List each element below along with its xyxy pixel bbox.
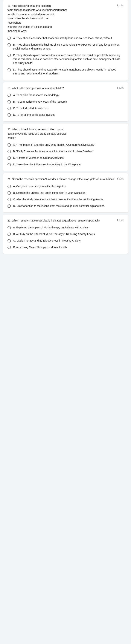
- option-19-a[interactable]: A. To explain the research methodology: [7, 93, 124, 97]
- radio-21-a[interactable]: [7, 185, 11, 188]
- option-text-20-b: B. "Daily Exercise Routines: A look Into…: [13, 150, 93, 154]
- question-card-18: 18. After collecting data, the research …: [3, 0, 128, 80]
- radio-20-d[interactable]: [7, 163, 11, 166]
- option-text-19-c: C. To include all data collected: [13, 106, 48, 110]
- option-text-18-d: D. They should assume that academic-rela…: [13, 68, 124, 76]
- question-header-22: 22. Which research tittle most clearly i…: [7, 218, 124, 222]
- question-header-18: 18. After collecting data, the research …: [7, 4, 124, 33]
- bottom-spacer: [0, 256, 131, 271]
- options-list-18: A. They should conclude that academic sm…: [7, 36, 124, 76]
- radio-18-d[interactable]: [7, 68, 11, 72]
- question-points-19: 1 point: [117, 86, 124, 90]
- option-text-21-b: B. Exclude the articles that are in cont…: [13, 191, 86, 195]
- radio-21-c[interactable]: [7, 198, 11, 201]
- question-text-18: 18. After collecting data, the research …: [7, 4, 115, 33]
- option-21-a[interactable]: A. Carry out more study to settle the di…: [7, 184, 124, 188]
- option-21-d[interactable]: D. Draw attention to the inconsistent re…: [7, 204, 124, 208]
- question-points-22: 1 point: [117, 218, 124, 222]
- question-points-18: 1 point: [117, 4, 124, 7]
- option-text-19-b: B. To summarize the key focus of the res…: [13, 100, 67, 104]
- option-text-18-b: B. They should ignore this findings sinc…: [13, 43, 124, 51]
- option-text-21-d: D. Draw attention to the inconsistent re…: [13, 204, 105, 208]
- options-list-22: A. Exploring the Impact of Music therapy…: [7, 226, 124, 249]
- question-header-20: 20. Which of the following research titl…: [7, 127, 124, 140]
- option-20-c[interactable]: C. "Effects of Weather on Outdoor Activi…: [7, 156, 124, 160]
- radio-22-b[interactable]: [7, 232, 11, 236]
- option-text-20-d: D. "How Exercise Influences Productivity…: [13, 162, 81, 166]
- option-19-c[interactable]: C. To include all data collected: [7, 106, 124, 110]
- options-list-19: A. To explain the research methodology B…: [7, 93, 124, 117]
- radio-22-d[interactable]: [7, 246, 11, 249]
- option-text-20-a: A. "The Impact of Exercise on Mental Hea…: [13, 143, 95, 147]
- option-text-21-c: C. Alter the study question such that it…: [13, 198, 104, 202]
- option-text-22-b: B. A Study on the Effects of Music Thera…: [13, 232, 95, 236]
- question-text-21: 21. Given the research question "How doe…: [7, 177, 115, 181]
- option-text-20-c: C. "Effects of Weather on Outdoor Activi…: [13, 156, 65, 160]
- radio-18-a[interactable]: [7, 36, 11, 40]
- option-text-18-a: A. They should conclude that academic sm…: [13, 36, 112, 40]
- radio-22-c[interactable]: [7, 239, 11, 242]
- option-19-d[interactable]: D. To list all the participants involved: [7, 113, 124, 117]
- option-18-a[interactable]: A. They should conclude that academic sm…: [7, 36, 124, 40]
- question-card-22: 22. Which research tittle most clearly i…: [3, 215, 128, 254]
- option-text-22-d: D. Assessing Music Therapy for Mental He…: [13, 245, 67, 249]
- question-card-19: 19. What is the main purpose of a resear…: [3, 82, 128, 121]
- option-20-a[interactable]: A. "The Impact of Exercise on Mental Hea…: [7, 143, 124, 147]
- question-card-20: 20. Which of the following research titl…: [3, 124, 128, 171]
- radio-19-c[interactable]: [7, 107, 11, 110]
- option-22-a[interactable]: A. Exploring the Impact of Music therapy…: [7, 226, 124, 230]
- question-header-21: 21. Given the research question "How doe…: [7, 177, 124, 181]
- option-19-b[interactable]: B. To summarize the key focus of the res…: [7, 100, 124, 104]
- question-header-19: 19. What is the main purpose of a resear…: [7, 86, 124, 90]
- option-22-c[interactable]: C. Music Therapy and Its Effectiveness i…: [7, 239, 124, 243]
- radio-18-b[interactable]: [7, 43, 11, 46]
- radio-19-b[interactable]: [7, 100, 11, 104]
- radio-21-d[interactable]: [7, 204, 11, 208]
- option-text-21-a: A. Carry out more study to settle the di…: [13, 184, 66, 188]
- option-20-b[interactable]: B. "Daily Exercise Routines: A look Into…: [7, 150, 124, 154]
- option-21-b[interactable]: B. Exclude the articles that are in cont…: [7, 191, 124, 195]
- option-text-22-c: C. Music Therapy and Its Effectiveness i…: [13, 239, 81, 243]
- option-text-22-a: A. Exploring the Impact of Music therapy…: [13, 226, 89, 230]
- option-18-b[interactable]: B. They should ignore this findings sinc…: [7, 43, 124, 51]
- option-22-b[interactable]: B. A Study on the Effects of Music Thera…: [7, 232, 124, 236]
- option-text-19-a: A. To explain the research methodology: [13, 93, 59, 97]
- radio-22-a[interactable]: [7, 226, 11, 229]
- option-22-d[interactable]: D. Assessing Music Therapy for Mental He…: [7, 245, 124, 249]
- radio-19-d[interactable]: [7, 113, 11, 117]
- question-text-22: 22. Which research tittle most clearly i…: [7, 218, 115, 222]
- option-text-19-d: D. To list all the participants involved: [13, 113, 55, 117]
- option-20-d[interactable]: D. "How Exercise Influences Productivity…: [7, 162, 124, 166]
- option-text-18-c: C. They should explore how academic-rela…: [13, 53, 124, 65]
- options-list-20: A. "The Impact of Exercise on Mental Hea…: [7, 143, 124, 166]
- question-text-20: 20. Which of the following research titl…: [7, 127, 124, 140]
- question-points-21: 1 point: [117, 177, 124, 180]
- radio-21-b[interactable]: [7, 191, 11, 195]
- question-text-19: 19. What is the main purpose of a resear…: [7, 86, 115, 90]
- options-list-21: A. Carry out more study to settle the di…: [7, 184, 124, 208]
- option-18-d[interactable]: D. They should assume that academic-rela…: [7, 68, 124, 76]
- question-card-21: 21. Given the research question "How doe…: [3, 173, 128, 212]
- radio-20-a[interactable]: [7, 143, 11, 147]
- radio-19-a[interactable]: [7, 94, 11, 97]
- option-21-c[interactable]: C. Alter the study question such that it…: [7, 198, 124, 202]
- radio-18-c[interactable]: [7, 54, 11, 57]
- radio-20-b[interactable]: [7, 150, 11, 153]
- option-18-c[interactable]: C. They should explore how academic-rela…: [7, 53, 124, 65]
- radio-20-c[interactable]: [7, 156, 11, 160]
